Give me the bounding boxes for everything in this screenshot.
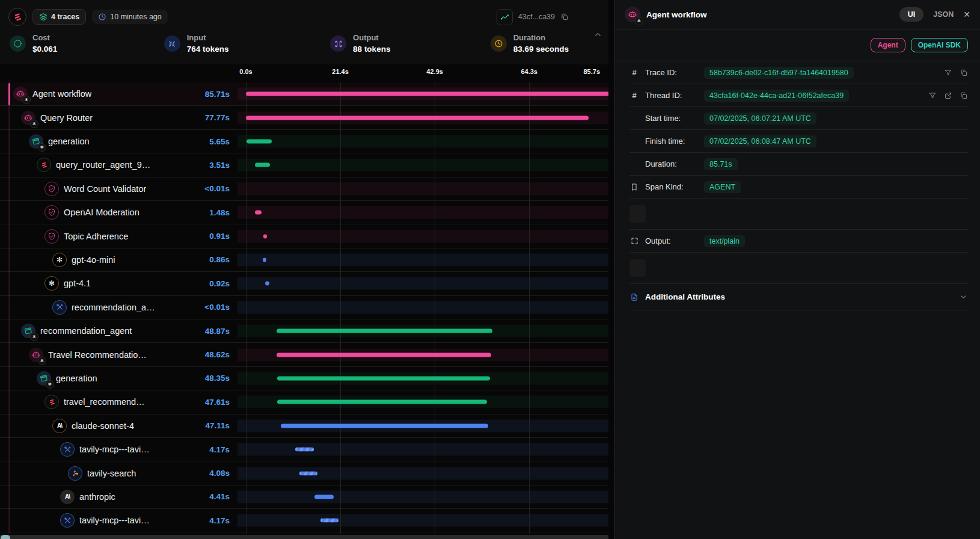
tag-agent[interactable]: Agent — [871, 38, 905, 52]
span-name: gpt-4o-mini — [72, 255, 115, 265]
span-waterfall: ✻Agent workflow85.71s✻Query Router77.77s… — [0, 82, 608, 534]
trace-view-panel: 4 traces 10 minutes ago 43cf...ca39 Cost… — [0, 0, 608, 539]
trace-chart-button[interactable] — [497, 9, 513, 25]
field-value[interactable]: 85.71s — [704, 158, 738, 170]
anthropic-icon: A\ — [60, 490, 75, 504]
field-label: Thread ID: — [645, 91, 698, 100]
span-bar[interactable] — [277, 353, 491, 357]
span-row[interactable]: ✻Query Router77.77s — [0, 106, 608, 129]
span-row[interactable]: ✻gpt-4o-mini0.86s — [0, 248, 608, 272]
line-chart-icon — [500, 13, 509, 22]
field-row-start-time: Start time:07/02/2025, 06:07:21 AM UTC — [629, 107, 968, 130]
field-label: Finish time: — [645, 137, 698, 146]
span-row[interactable]: ✻gpt-4.10.92s — [0, 272, 608, 295]
stat-value: 88 tokens — [353, 44, 390, 55]
span-bar[interactable] — [320, 519, 339, 523]
field-value[interactable]: 07/02/2025, 06:07:21 AM UTC — [704, 112, 816, 125]
field-value[interactable]: 58b739c6-de02-c16f-d597-fa1464019580 — [704, 67, 854, 79]
span-row[interactable]: Topic Adherence0.91s — [0, 224, 608, 248]
collapse-stats-button[interactable] — [593, 30, 602, 39]
trace-age-label: 10 minutes ago — [110, 13, 161, 21]
span-track — [237, 182, 608, 195]
agent-icon: ✻ — [625, 7, 640, 22]
span-row[interactable]: A\anthropic4.41s — [0, 485, 608, 509]
stat-output: Output 88 tokens — [330, 32, 491, 55]
span-duration: 0.92s — [209, 279, 237, 288]
span-bar[interactable] — [246, 92, 608, 96]
span-row[interactable]: tavily-mcp---tavi…4.17s — [0, 509, 608, 532]
span-bar[interactable] — [263, 234, 268, 238]
span-bar[interactable] — [281, 424, 488, 428]
span-row[interactable]: A\claude-sonnet-447.11s — [0, 414, 608, 438]
horizontal-scrollbar[interactable] — [0, 535, 608, 539]
field-value[interactable]: AGENT — [704, 181, 741, 193]
close-icon[interactable]: ✕ — [963, 10, 970, 19]
span-row[interactable]: tavily-search4.08s — [0, 461, 608, 485]
clock-icon — [98, 13, 106, 21]
external-icon[interactable] — [944, 91, 952, 100]
field-row-duration: Duration:85.71s — [629, 153, 968, 176]
span-track — [237, 443, 608, 456]
copy-icon[interactable] — [960, 69, 968, 77]
span-bar[interactable] — [265, 282, 269, 286]
span-track — [237, 253, 608, 266]
tag-openai-sdk[interactable]: OpenAI SDK — [911, 38, 968, 52]
field-label: Output: — [645, 236, 698, 245]
chevron-down-icon — [959, 292, 968, 301]
span-bar[interactable] — [299, 471, 317, 475]
stat-value: 83.69 seconds — [513, 44, 569, 55]
view-toggle-ui[interactable]: UI — [899, 7, 924, 22]
span-bar[interactable] — [277, 400, 487, 404]
span-row[interactable]: ✻generation48.35s — [0, 367, 608, 390]
arrows-in-icon — [164, 35, 180, 52]
span-row[interactable]: travel_recommend…47.61s — [0, 390, 608, 414]
span-row[interactable]: ✻recommendation_agent48.87s — [0, 319, 608, 343]
copy-icon[interactable] — [960, 91, 968, 100]
axis-tick-label: 85.7s — [583, 68, 600, 75]
span-row[interactable]: ✻generation5.65s — [0, 130, 608, 153]
span-bar[interactable] — [277, 329, 492, 333]
view-toggle-json[interactable]: JSON — [933, 10, 954, 19]
span-row[interactable]: OpenAI Moderation1.48s — [0, 201, 608, 224]
horizontal-scrollbar-thumb[interactable] — [1, 535, 10, 539]
span-row[interactable]: Word Count Validator<0.01s — [0, 177, 608, 201]
arrows-out-icon — [330, 35, 346, 52]
filter-icon[interactable] — [944, 69, 952, 77]
openai-badge-icon: ✻ — [46, 380, 54, 389]
additional-attributes-toggle[interactable]: Additional Attributes — [629, 284, 968, 310]
span-row[interactable]: ✻Agent workflow85.71s — [0, 82, 608, 106]
span-duration: <0.01s — [204, 303, 237, 312]
span-bar[interactable] — [247, 140, 271, 144]
span-row[interactable]: query_router_agent_9…3.51s — [0, 153, 608, 177]
traces-count-chip[interactable]: 4 traces — [32, 9, 86, 25]
laminar-logo[interactable] — [8, 8, 26, 26]
span-bar[interactable] — [295, 448, 314, 452]
filter-icon[interactable] — [928, 91, 937, 100]
field-value[interactable]: 43cfa16f-042e-44ca-ad21-06f52afeca39 — [704, 90, 849, 102]
span-bar[interactable] — [246, 116, 589, 120]
span-track — [237, 277, 608, 290]
span-duration: 0.91s — [209, 232, 237, 241]
span-duration: 3.51s — [209, 161, 237, 170]
field-value[interactable]: text/plain — [704, 235, 745, 247]
span-duration: <0.01s — [204, 184, 237, 193]
span-bar[interactable] — [277, 376, 490, 380]
span-row[interactable]: tavily-mcp---tavi…4.17s — [0, 438, 608, 461]
span-details-header: ✻ Agent workflow UI JSON ✕ — [615, 0, 980, 29]
selection-scroll-track[interactable] — [8, 82, 10, 534]
selection-scroll-thumb — [8, 83, 10, 105]
axis-tick-label: 21.4s — [332, 68, 349, 75]
span-row[interactable]: ✻Travel Recommendatio…48.62s — [0, 343, 608, 366]
span-tags-row: AgentOpenAI SDK — [615, 29, 980, 61]
field-value[interactable]: 07/02/2025, 06:08:47 AM UTC — [704, 135, 816, 147]
span-bar[interactable] — [255, 163, 271, 167]
stat-label: Cost — [32, 32, 57, 44]
span-bar[interactable] — [314, 494, 334, 499]
span-row[interactable]: recommendation_a…<0.01s — [0, 296, 608, 319]
span-bar[interactable] — [255, 211, 262, 215]
copy-icon[interactable] — [560, 13, 569, 21]
span-duration: 85.71s — [205, 90, 237, 99]
span-title: Agent workflow — [646, 10, 707, 19]
axis-tick-label: 64.3s — [521, 68, 537, 75]
axis-tick-label: 42.9s — [426, 68, 443, 75]
